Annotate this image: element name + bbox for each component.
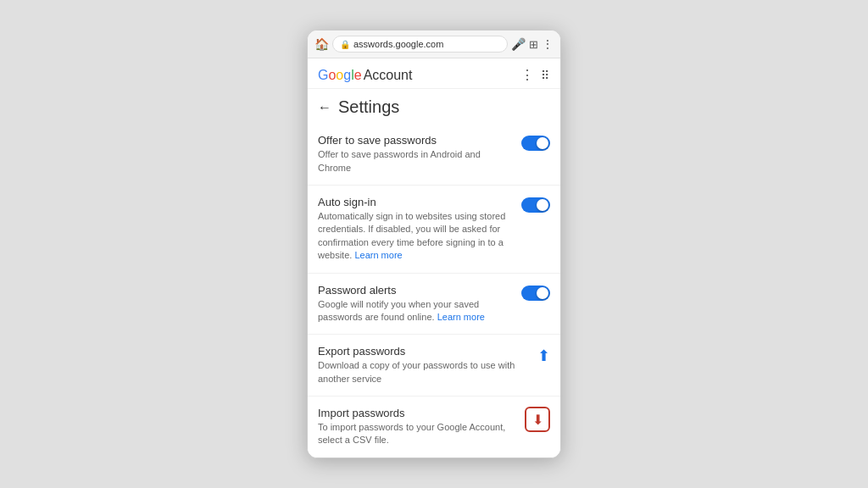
- page-content: Google Account ⋮ ⠿ ← Settings Offer to s…: [308, 58, 560, 458]
- export-passwords-desc: Download a copy of your passwords to use…: [318, 359, 531, 385]
- auto-signin-item: Auto sign-in Automatically sign in to we…: [308, 186, 560, 274]
- offer-passwords-item: Offer to save passwords Offer to save pa…: [308, 124, 560, 186]
- password-alerts-toggle[interactable]: [521, 286, 550, 301]
- mic-icon[interactable]: 🎤: [511, 37, 526, 51]
- address-bar[interactable]: 🔒 asswords.google.com: [332, 36, 508, 53]
- grid-icon[interactable]: ⊞: [529, 38, 538, 51]
- auto-signin-desc: Automatically sign in to websites using …: [318, 210, 515, 263]
- url-text: asswords.google.com: [353, 39, 500, 49]
- google-logo: Google: [318, 68, 362, 83]
- password-alerts-title: Password alerts: [318, 284, 515, 297]
- settings-list: Offer to save passwords Offer to save pa…: [308, 124, 560, 458]
- export-icon[interactable]: ⬆: [537, 347, 550, 365]
- import-passwords-desc: To import passwords to your Google Accou…: [318, 421, 518, 447]
- offer-passwords-desc: Offer to save passwords in Android and C…: [318, 148, 515, 175]
- header-apps-icon[interactable]: ⠿: [541, 69, 550, 82]
- offer-passwords-title: Offer to save passwords: [318, 134, 515, 147]
- page-header: Google Account ⋮ ⠿: [308, 58, 560, 89]
- phone-frame: 🏠 🔒 asswords.google.com 🎤 ⊞ ⋮ Google Acc…: [307, 30, 561, 458]
- lock-icon: 🔒: [340, 40, 350, 49]
- auto-signin-toggle[interactable]: [521, 197, 550, 213]
- export-passwords-item[interactable]: Export passwords Download a copy of your…: [308, 335, 560, 396]
- auto-signin-title: Auto sign-in: [318, 196, 515, 208]
- account-label: Account: [364, 68, 413, 83]
- settings-title-row: ← Settings: [308, 89, 560, 124]
- browser-bar: 🏠 🔒 asswords.google.com 🎤 ⊞ ⋮: [308, 30, 560, 58]
- browser-more-icon[interactable]: ⋮: [542, 37, 554, 51]
- password-alerts-desc: Google will notify you when your saved p…: [318, 298, 515, 324]
- header-more-icon[interactable]: ⋮: [520, 67, 534, 83]
- header-icons: ⋮ ⠿: [520, 67, 550, 83]
- import-icon-wrapper[interactable]: ⬇: [525, 407, 550, 432]
- password-alerts-item: Password alerts Google will notify you w…: [308, 274, 560, 336]
- password-alerts-learn-more[interactable]: Learn more: [437, 312, 485, 322]
- page-title: Settings: [338, 97, 399, 117]
- import-icon: ⬇: [532, 412, 543, 428]
- auto-signin-learn-more[interactable]: Learn more: [354, 250, 402, 260]
- home-icon[interactable]: 🏠: [314, 37, 329, 51]
- import-passwords-item[interactable]: Import passwords To import passwords to …: [308, 396, 560, 458]
- export-passwords-title: Export passwords: [318, 345, 531, 358]
- back-button[interactable]: ←: [318, 100, 331, 115]
- import-passwords-title: Import passwords: [318, 407, 518, 419]
- offer-passwords-toggle[interactable]: [521, 136, 550, 151]
